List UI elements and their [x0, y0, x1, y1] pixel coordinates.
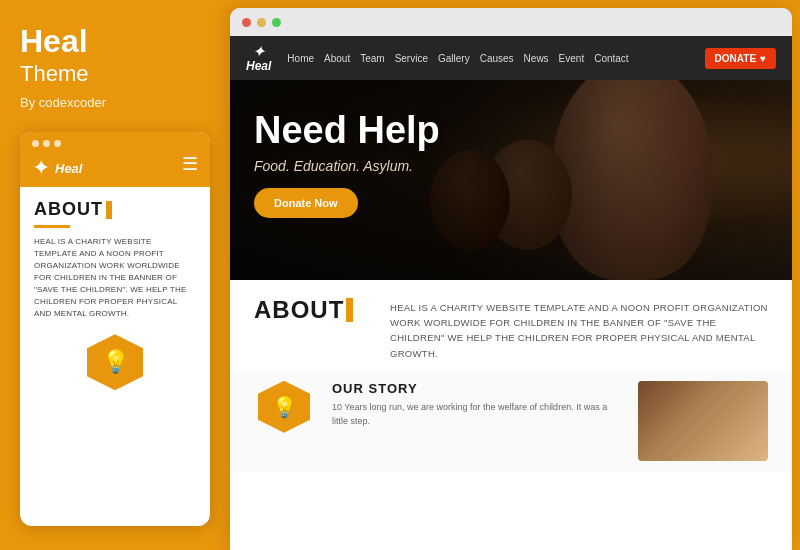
- logo-icon: ✦: [252, 43, 265, 61]
- nav-gallery[interactable]: Gallery: [438, 53, 470, 64]
- site-logo[interactable]: ✦ Heal: [246, 43, 271, 74]
- story-hex-icon: 💡: [258, 381, 310, 433]
- nav-contact[interactable]: Contact: [594, 53, 628, 64]
- story-section: 💡 OUR STORY 10 Years long run, we are wo…: [230, 371, 792, 471]
- hero-title: Need Help: [254, 110, 440, 152]
- mobile-logo-icon: ✦: [32, 157, 50, 179]
- mobile-hex-icon: 💡: [87, 334, 143, 390]
- mobile-logo-area: ✦ Heal: [32, 153, 82, 187]
- hero-content: Need Help Food. Education. Asylum. Donat…: [254, 110, 440, 218]
- mobile-hamburger-icon[interactable]: ☰: [182, 155, 198, 173]
- story-content: OUR STORY 10 Years long run, we are work…: [332, 381, 620, 429]
- mobile-logo-text: Heal: [55, 161, 82, 176]
- mobile-about-text: HEAL IS A CHARITY WEBSITE TEMPLATE AND A…: [34, 236, 196, 320]
- nav-event[interactable]: Event: [559, 53, 585, 64]
- browser-content: ✦ Heal Home About Team Service Gallery C…: [230, 36, 792, 550]
- story-image-overlay: [638, 381, 768, 461]
- mobile-header: ✦ Heal ☰: [20, 132, 210, 187]
- browser-dot-red[interactable]: [242, 18, 251, 27]
- donate-button[interactable]: DONATE ♥: [705, 48, 776, 69]
- mobile-dot-1: [32, 140, 39, 147]
- mobile-dot-3: [54, 140, 61, 147]
- mobile-icon-area: 💡: [34, 334, 196, 390]
- mobile-about-accent: [106, 201, 112, 219]
- story-left: 💡: [254, 381, 314, 433]
- story-title: OUR STORY: [332, 381, 620, 396]
- site-nav-links: Home About Team Service Gallery Causes N…: [287, 53, 688, 64]
- heart-icon: ♥: [760, 53, 766, 64]
- browser-dot-yellow[interactable]: [257, 18, 266, 27]
- theme-subtitle: Theme: [20, 61, 210, 87]
- nav-service[interactable]: Service: [395, 53, 428, 64]
- logo-text: Heal: [246, 60, 271, 73]
- nav-team[interactable]: Team: [360, 53, 384, 64]
- mobile-dot-2: [43, 140, 50, 147]
- about-title: ABOUT: [254, 296, 344, 324]
- site-navbar: ✦ Heal Home About Team Service Gallery C…: [230, 36, 792, 80]
- theme-title: Heal: [20, 24, 210, 59]
- mobile-body: ABOUT HEAL IS A CHARITY WEBSITE TEMPLATE…: [20, 187, 210, 390]
- nav-news[interactable]: News: [524, 53, 549, 64]
- left-panel: Heal Theme By codexcoder ✦ Heal ☰ ABOUT: [0, 0, 230, 550]
- about-title-block: ABOUT: [254, 296, 374, 324]
- mobile-mockup: ✦ Heal ☰ ABOUT HEAL IS A CHARITY WEBSITE…: [20, 132, 210, 526]
- mobile-about-title: ABOUT: [34, 199, 196, 220]
- about-accent-bar: [346, 298, 353, 322]
- about-text: HEAL IS A CHARITY WEBSITE TEMPLATE AND A…: [390, 296, 768, 361]
- story-image: [638, 381, 768, 461]
- nav-about[interactable]: About: [324, 53, 350, 64]
- hero-subtitle: Food. Education. Asylum.: [254, 158, 440, 174]
- browser-dot-green[interactable]: [272, 18, 281, 27]
- about-section: ABOUT HEAL IS A CHARITY WEBSITE TEMPLATE…: [230, 280, 792, 371]
- theme-author: By codexcoder: [20, 95, 210, 110]
- nav-home[interactable]: Home: [287, 53, 314, 64]
- mobile-dots: [32, 140, 82, 147]
- hero-section: Need Help Food. Education. Asylum. Donat…: [230, 80, 792, 280]
- right-panel: ✦ Heal Home About Team Service Gallery C…: [230, 8, 792, 550]
- nav-causes[interactable]: Causes: [480, 53, 514, 64]
- hero-cta-button[interactable]: Donate Now: [254, 188, 358, 218]
- story-text: 10 Years long run, we are working for th…: [332, 400, 620, 429]
- browser-titlebar: [230, 8, 792, 36]
- mobile-divider: [34, 225, 70, 228]
